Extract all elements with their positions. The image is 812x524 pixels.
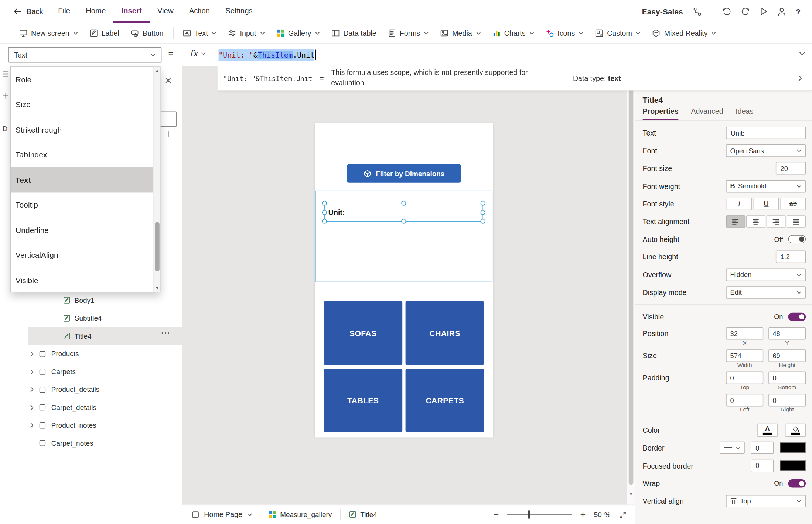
- padding-left-input[interactable]: 0: [726, 394, 763, 407]
- mixed-reality-menu[interactable]: Mixed Reality: [646, 25, 722, 41]
- undo-icon[interactable]: [722, 7, 731, 15]
- tree-item-product-details[interactable]: Product_details: [0, 381, 182, 398]
- label-button[interactable]: Label: [84, 25, 125, 41]
- icons-menu[interactable]: Icons: [540, 25, 590, 41]
- insert-icon[interactable]: [2, 92, 10, 100]
- property-option-strikethrough[interactable]: Strikethrough: [11, 117, 153, 142]
- new-screen-button[interactable]: New screen: [13, 25, 84, 41]
- display-mode-dropdown[interactable]: Edit: [726, 286, 806, 299]
- tree-item-carpet-details[interactable]: Carpet_details: [0, 398, 182, 416]
- help-icon[interactable]: ?: [796, 7, 801, 16]
- align-justify-button[interactable]: [787, 215, 806, 228]
- tree-item-body1[interactable]: Body1: [0, 291, 182, 309]
- padding-right-input[interactable]: 0: [768, 394, 806, 407]
- button-button[interactable]: Button: [125, 25, 169, 41]
- border-color-swatch[interactable]: [780, 443, 806, 453]
- custom-menu[interactable]: Custom: [590, 25, 647, 41]
- tree-item-carpet-notes[interactable]: Carpet_notes: [0, 434, 182, 452]
- chevron-right-icon[interactable]: [30, 369, 34, 374]
- menu-item-home[interactable]: Home: [78, 0, 113, 23]
- scrollbar-thumb[interactable]: [155, 222, 160, 271]
- chevron-right-icon[interactable]: [30, 422, 34, 428]
- padding-top-input[interactable]: 0: [726, 372, 763, 384]
- tab-title4[interactable]: Title4: [341, 505, 385, 524]
- font-dropdown[interactable]: Open Sans: [726, 144, 806, 157]
- gallery-menu[interactable]: Gallery: [270, 25, 325, 41]
- font-size-input[interactable]: 20: [776, 162, 806, 175]
- menu-item-insert[interactable]: Insert: [113, 0, 149, 23]
- tab-advanced[interactable]: Advanced: [691, 107, 723, 120]
- border-width-input[interactable]: 0: [751, 442, 774, 454]
- resize-handle[interactable]: [322, 219, 327, 224]
- property-option-text[interactable]: Text: [11, 167, 153, 192]
- property-option-visible[interactable]: Visible: [11, 268, 153, 293]
- tab-properties[interactable]: Properties: [643, 107, 679, 120]
- canvas-scrollbar[interactable]: ▲ ▼: [627, 66, 635, 504]
- scroll-down-icon[interactable]: ▼: [627, 491, 635, 496]
- chevron-right-icon[interactable]: [30, 387, 34, 392]
- resize-handle[interactable]: [322, 201, 327, 206]
- tree-item-title4[interactable]: Title4: [0, 327, 182, 345]
- property-option-size[interactable]: Size: [11, 92, 153, 117]
- resize-handle[interactable]: [401, 219, 406, 224]
- resize-handle[interactable]: [322, 210, 327, 215]
- tree-item-carpets[interactable]: Carpets: [0, 363, 182, 381]
- property-option-underline[interactable]: Underline: [11, 218, 153, 243]
- focused-border-color-swatch[interactable]: [780, 460, 806, 471]
- wrap-toggle[interactable]: [788, 479, 806, 487]
- size-width-input[interactable]: 574: [726, 349, 763, 362]
- text-value-input[interactable]: Unit:: [726, 127, 806, 140]
- strikethrough-button[interactable]: ab: [780, 198, 806, 210]
- visible-toggle[interactable]: [788, 313, 806, 321]
- tile-tables[interactable]: TABLES: [324, 369, 402, 432]
- account-icon[interactable]: [777, 7, 786, 16]
- size-height-input[interactable]: 69: [768, 349, 806, 362]
- chevron-right-icon[interactable]: [30, 351, 34, 357]
- font-weight-dropdown[interactable]: BSemibold: [726, 180, 806, 192]
- scroll-up-icon[interactable]: ▲: [154, 68, 160, 73]
- resize-handle[interactable]: [481, 219, 485, 224]
- align-right-button[interactable]: [767, 215, 786, 228]
- resize-handle[interactable]: [481, 201, 485, 206]
- text-menu[interactable]: Text: [177, 25, 222, 41]
- fit-to-screen-icon[interactable]: [619, 511, 627, 518]
- formula-expand-chevron[interactable]: [799, 52, 805, 55]
- forms-menu[interactable]: Forms: [382, 25, 435, 41]
- tile-chairs[interactable]: CHAIRS: [406, 301, 484, 365]
- padding-bottom-input[interactable]: 0: [768, 372, 806, 384]
- play-icon[interactable]: [760, 7, 768, 16]
- property-option-tooltip[interactable]: Tooltip: [11, 192, 153, 218]
- position-x-input[interactable]: 32: [726, 327, 763, 340]
- underline-button[interactable]: U: [754, 198, 779, 210]
- property-option-tabindex[interactable]: TabIndex: [11, 142, 153, 167]
- more-options-icon[interactable]: [161, 332, 169, 334]
- flyout-scrollbar[interactable]: ▲ ▼: [153, 67, 160, 292]
- input-menu[interactable]: Input: [222, 25, 271, 41]
- border-style-dropdown[interactable]: [720, 442, 744, 454]
- scroll-down-icon[interactable]: ▼: [154, 286, 160, 291]
- data-table-button[interactable]: Data table: [326, 25, 382, 41]
- menu-item-settings[interactable]: Settings: [218, 0, 260, 23]
- scrollbar-thumb[interactable]: [629, 75, 634, 485]
- filter-by-dimensions-button[interactable]: Filter by Dimensions: [347, 164, 461, 182]
- fx-selector[interactable]: fx: [190, 48, 205, 58]
- selected-text-control[interactable]: Unit:: [324, 203, 483, 222]
- zoom-slider[interactable]: [507, 514, 572, 515]
- back-button[interactable]: Back: [13, 7, 43, 16]
- zoom-in-button[interactable]: +: [580, 510, 586, 518]
- chevron-right-icon[interactable]: [30, 405, 34, 410]
- tree-item-products[interactable]: Products: [0, 345, 182, 363]
- media-menu[interactable]: Media: [435, 25, 487, 41]
- property-option-verticalalign[interactable]: VerticalAlign: [11, 243, 153, 268]
- formula-input[interactable]: "Unit: "&ThisItem.Unit: [219, 44, 316, 66]
- vertical-align-dropdown[interactable]: Top: [726, 495, 806, 507]
- position-y-input[interactable]: 48: [768, 327, 806, 340]
- line-height-input[interactable]: 1.2: [776, 251, 806, 263]
- tree-item-product-notes[interactable]: Product_notes: [0, 417, 182, 434]
- tile-carpets[interactable]: CARPETS: [406, 369, 484, 432]
- redo-icon[interactable]: [741, 7, 750, 15]
- close-icon[interactable]: [165, 77, 171, 84]
- menu-item-view[interactable]: View: [150, 0, 181, 23]
- tab-ideas[interactable]: Ideas: [736, 107, 753, 120]
- zoom-out-button[interactable]: −: [494, 510, 499, 518]
